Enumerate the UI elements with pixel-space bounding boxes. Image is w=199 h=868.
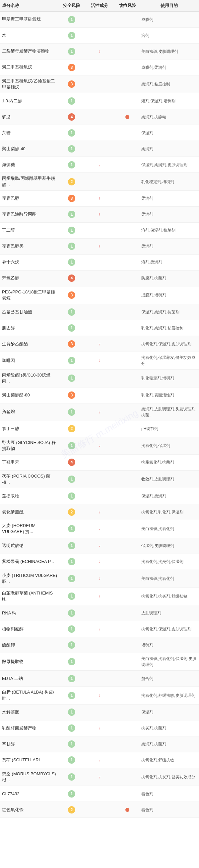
ingredient-name: 硫酸钾 [2,642,58,648]
ingredient-name: 丙烯酰胺/丙烯酰基甲基牛磺酸... [2,176,58,187]
active-icon: ♀ [98,576,102,581]
ingredient-purpose: 溶剂,保湿剂,抗菌剂 [141,227,197,233]
ingredient-purpose: 增稠剂 [141,642,197,648]
ingredient-name: 霍霍巴醇 [2,195,58,202]
table-row: 紫松果菊 (ECHINACEA P...1♀抗氧化剂,抗炎剂,保湿剂 [0,554,199,570]
table-row: RNA 钠1皮肤调理剂 [0,605,199,621]
table-row: 苯氧乙醇4防腐剂,抗菌剂 [0,271,199,286]
ingredient-purpose: 溶剂,柔润剂 [141,259,197,265]
active-ingredient-cell: ♀ [86,774,113,780]
ingredient-name: 聚山梨醇酯-80 [2,392,58,398]
ingredient-purpose: 美白祛斑,抗氧化剂 [141,526,197,532]
table-row: EDTA 二钠1螯合剂 [0,671,199,687]
ingredient-purpose: 皮肤调理剂 [141,610,197,616]
active-icon: ♀ [98,593,102,599]
ingredient-purpose: 抗氧化剂,保湿剂 [141,443,197,448]
ingredient-name: 异十六烷 [2,259,58,265]
ingredient-purpose: 抗氧化剂,舒缓祛敏,皮肤调理剂 [141,692,197,699]
safety-badge: 1 [68,575,75,582]
safety-badge: 1 [68,525,75,532]
table-body: 甲基聚三甲基硅氧烷1成膜剂水1溶剂二裂酵母发酵产物溶胞物1♀美白祛斑,皮肤调理剂… [0,12,199,818]
ingredient-purpose: 保湿剂,柔润剂,抗菌剂 [141,309,197,315]
safety-badge-cell: 3 [58,392,86,399]
table-row: 二裂酵母发酵产物溶胞物1♀美白祛斑,皮肤调理剂 [0,43,199,60]
ingredient-name: 水解藻胺 [2,709,58,715]
table-row: 丁羟甲苯4抗脂氧化剂,抗菌剂 [0,455,199,470]
safety-badge-cell: 1 [58,161,86,168]
table-row: 红色氧化铁2着色剂 [0,802,199,818]
safety-badge-cell: 1 [58,790,86,798]
active-ingredient-cell: ♀ [86,693,113,698]
table-row: 白桦 (BETULA ALBA) 树皮/叶...1♀抗氧化剂,舒缓祛敏,皮肤调理… [0,687,199,704]
safety-badge: 1 [68,558,75,565]
page-wrapper: 美丽修行 m.meirixing 成分名称 安全风险 活性成分 致痘风险 使用目… [0,0,199,818]
active-icon: ♀ [98,244,102,249]
safety-badge: 1 [68,408,75,416]
table-row: 1,3-丙二醇1溶剂,保湿剂,增稠剂 [0,93,199,109]
active-ingredient-cell: ♀ [86,409,113,415]
active-icon: ♀ [98,626,102,632]
ingredient-name: 透明质酸钠 [2,542,58,549]
safety-badge-cell: 2 [58,806,86,813]
ingredient-name: 乳酸杆菌发酵产物 [2,725,58,731]
table-row: 咖啡因1♀抗氧化剂,保湿养发,健美功效成分 [0,352,199,370]
table-row: 白芷老鹳草菊 (ANTHEMIS N...1♀抗氧化剂,抗炎剂,舒缓祛敏 [0,588,199,605]
ingredient-purpose: 螯合剂 [141,676,197,682]
table-row: 硫酸钾1增稠剂 [0,637,199,653]
safety-badge: 1 [68,258,75,266]
safety-badge-cell: 1 [58,625,86,633]
ingredient-name: 丙烯酸(酯)类/C10-30烷烃丙... [2,372,58,384]
table-row: 酵母提取物1美白祛斑,抗氧化剂,保湿剂,皮肤调理剂 [0,653,199,671]
safety-badge-cell: 1 [58,442,86,449]
safety-badge: 1 [68,48,75,55]
safety-badge-cell: 2 [58,425,86,432]
ingredient-name: 鸡桑 (MORUS BOMBYCI S) 根... [2,771,58,783]
safety-badge-cell: 1 [58,97,86,105]
ingredient-name: 白芷老鹳草菊 (ANTHEMIS N... [2,590,58,602]
safety-badge: 2 [68,806,75,813]
table-row: 乙基己基甘油酯1保湿剂,柔润剂,抗菌剂 [0,304,199,320]
ingredient-name: RNA 钠 [2,610,58,616]
safety-badge: 1 [68,374,75,382]
table-row: 氯丁三醇2pH调节剂 [0,421,199,437]
ingredient-purpose: 抗氧化剂,舒缓抗敏 [141,757,197,763]
ingredient-purpose: 乳化剂,表面活性剂 [141,392,197,398]
safety-badge: 1 [68,308,75,316]
ingredient-name: 矿脂 [2,114,58,120]
ingredient-name: 霍霍巴油酸异丙酯 [2,211,58,217]
header-name: 成分名称 [2,3,58,9]
safety-badge: 1 [68,790,75,798]
ingredient-purpose: 抗脂氧化剂,抗菌剂 [141,459,197,465]
table-row: 氧化磷脂酰2♀抗氧化剂,乳化剂,保湿剂 [0,504,199,520]
acne-risk-dot [125,808,129,812]
active-ingredient-cell: ♀ [86,358,113,363]
active-icon: ♀ [98,409,102,415]
ingredient-purpose: 抗氧化剂,保湿养发,健美功效成分 [141,354,197,367]
active-icon: ♀ [98,559,102,564]
ingredient-name: 丁二醇 [2,227,58,233]
safety-badge-cell: 1 [58,32,86,39]
ingredient-purpose: 保湿剂,皮肤调理剂 [141,542,197,549]
safety-badge: 1 [68,493,75,500]
table-row: 霍霍巴油酸异丙酯1♀柔润剂 [0,207,199,223]
active-ingredient-cell: ♀ [86,509,113,515]
safety-badge-cell: 1 [58,475,86,483]
safety-badge-cell: 1 [58,575,86,582]
table-row: 海藻糖1♀保湿剂,柔润剂,皮肤调理剂 [0,157,199,173]
ingredient-purpose: 柔润剂 [141,243,197,249]
safety-badge: 1 [68,658,75,665]
safety-badge-cell: 4 [58,459,86,466]
ingredient-name: 蔗糖 [2,130,58,136]
active-ingredient-cell: ♀ [86,543,113,548]
ingredient-name: 紫松果菊 (ECHINACEA P... [2,559,58,565]
active-icon: ♀ [98,725,102,731]
table-row: 透明质酸钠1♀保湿剂,皮肤调理剂 [0,538,199,554]
active-ingredient-cell: ♀ [86,49,113,54]
table-row: PEG/PPG-18/18聚二甲基硅氧烷3成膜剂,增稠剂 [0,286,199,304]
safety-badge: 2 [68,425,75,432]
table-header: 成分名称 安全风险 活性成分 致痘风险 使用目的 [0,0,199,12]
safety-badge-cell: 1 [58,724,86,732]
safety-badge: 1 [68,773,75,781]
ingredient-purpose: 成膜剂,增稠剂 [141,292,197,298]
ingredient-name: 茯苓 (PORIA COCOS) 菌核... [2,473,58,485]
